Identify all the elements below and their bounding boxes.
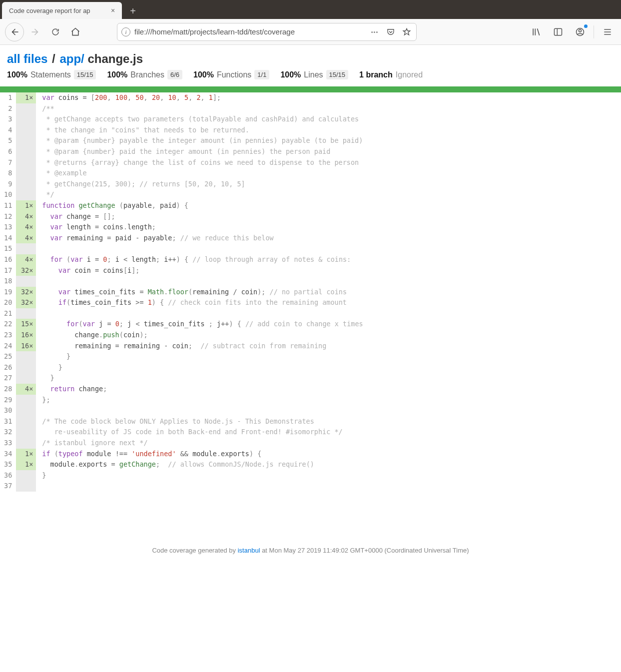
- stat-label: Statements: [30, 70, 71, 79]
- address-bar[interactable]: i file:///home/matt/projects/learn-tdd/t…: [117, 23, 417, 41]
- line-numbers: 1 2 3 4 5 6 7 8 9 10 11 12 13 14 15 16 1…: [0, 92, 16, 492]
- forward-button: [27, 23, 44, 40]
- site-info-icon[interactable]: i: [121, 27, 130, 36]
- breadcrumb-root-link[interactable]: all files: [7, 52, 47, 65]
- stat-pct: 100%: [107, 70, 127, 79]
- toolbar-right: [528, 23, 616, 40]
- stat-fraction: 6/6: [167, 70, 182, 79]
- address-actions: •••: [369, 26, 412, 37]
- browser-toolbar: i file:///home/matt/projects/learn-tdd/t…: [0, 19, 621, 45]
- sidebar-button[interactable]: [550, 23, 567, 40]
- ignored-label: Ignored: [396, 70, 423, 79]
- account-icon: [575, 27, 585, 37]
- tab-title: Code coverage report for ap: [9, 7, 105, 14]
- coverage-ignored: 1 branchIgnored: [359, 70, 423, 79]
- coverage-bar-icon: [0, 86, 621, 92]
- stat-fraction: 1/1: [254, 70, 269, 79]
- notification-dot-icon: [584, 24, 588, 28]
- source-code: 1 2 3 4 5 6 7 8 9 10 11 12 13 14 15 16 1…: [0, 92, 621, 492]
- close-icon[interactable]: ×: [109, 6, 117, 14]
- arrow-left-icon: [10, 27, 19, 36]
- arrow-right-icon: [31, 27, 40, 36]
- page-actions-icon[interactable]: •••: [369, 26, 380, 37]
- report-footer: Code coverage generated by istanbul at M…: [7, 547, 614, 564]
- home-button[interactable]: [67, 23, 84, 40]
- coverage-report: all files / app/ change.js 100%Statement…: [0, 45, 621, 571]
- stat-fraction: 15/15: [74, 70, 96, 79]
- hit-counts: 1× 1×4×4×4× 4×32× 32×32× 15×16×16× 4× 1×…: [16, 92, 36, 492]
- coverage-stat: 100%Statements15/15: [7, 70, 96, 79]
- breadcrumb-sep: /: [52, 52, 55, 65]
- account-button[interactable]: [572, 23, 589, 40]
- stat-label: Functions: [217, 70, 251, 79]
- stat-pct: 100%: [7, 70, 27, 79]
- istanbul-link[interactable]: istanbul: [238, 547, 260, 554]
- stat-fraction: 15/15: [326, 70, 349, 79]
- ignored-count: 1 branch: [359, 70, 393, 79]
- breadcrumb: all files / app/ change.js: [7, 52, 614, 66]
- menu-button[interactable]: [599, 23, 616, 40]
- library-icon: [531, 27, 541, 37]
- coverage-stat: 100%Functions1/1: [193, 70, 269, 79]
- reload-button[interactable]: [47, 23, 64, 40]
- source-lines: var coins = [200, 100, 50, 20, 10, 5, 2,…: [36, 92, 621, 492]
- separator: [594, 25, 594, 38]
- sidebar-icon: [553, 27, 563, 37]
- home-icon: [70, 27, 80, 37]
- svg-rect-0: [555, 28, 562, 35]
- breadcrumb-file: change.js: [87, 52, 143, 65]
- browser-tab[interactable]: Code coverage report for ap ×: [2, 2, 122, 19]
- stat-pct: 100%: [280, 70, 301, 79]
- library-button[interactable]: [528, 23, 545, 40]
- coverage-stat: 100%Branches6/6: [107, 70, 182, 79]
- hamburger-icon: [603, 27, 613, 37]
- bookmark-icon[interactable]: [401, 26, 412, 37]
- coverage-stat: 100%Lines15/15: [280, 70, 348, 79]
- pocket-icon[interactable]: [385, 26, 396, 37]
- stat-label: Branches: [130, 70, 164, 79]
- breadcrumb-folder-link[interactable]: app/: [59, 52, 84, 65]
- browser-chrome: Code coverage report for ap × +: [0, 0, 621, 19]
- back-button[interactable]: [5, 22, 24, 41]
- reload-icon: [51, 27, 60, 36]
- footer-prefix: Code coverage generated by: [152, 547, 237, 554]
- footer-timestamp: at Mon May 27 2019 11:49:02 GMT+0000 (Co…: [260, 547, 469, 554]
- new-tab-button[interactable]: +: [125, 3, 141, 19]
- stat-label: Lines: [304, 70, 323, 79]
- svg-point-3: [579, 29, 582, 32]
- url-input[interactable]: file:///home/matt/projects/learn-tdd/tes…: [134, 27, 365, 36]
- tab-strip: Code coverage report for ap × +: [0, 0, 621, 19]
- stat-pct: 100%: [193, 70, 214, 79]
- coverage-stats: 100%Statements15/15100%Branches6/6100%Fu…: [7, 70, 614, 79]
